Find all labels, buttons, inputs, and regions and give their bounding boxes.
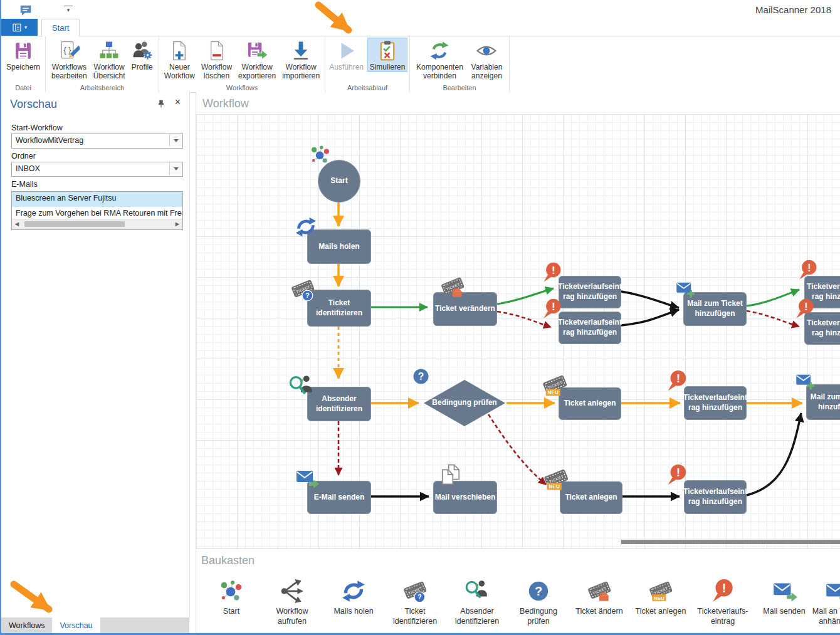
history-exclamation-icon xyxy=(710,578,736,604)
edge xyxy=(747,311,799,327)
tab-vorschau[interactable]: Vorschau xyxy=(52,617,100,633)
workflow-node-ticketverlaufseintrag[interactable]: Ticketverlaufseint rag hinzufügen xyxy=(684,480,747,514)
save-floppy-icon xyxy=(13,40,34,61)
workflow-node-ticketverlaufseintrag[interactable]: Ticketverlaufseint rag hinzufügen xyxy=(559,312,621,344)
workflow-node-mail-zum-ticket[interactable]: Mail zum Ticket hinzufügen xyxy=(683,292,747,326)
toolbox-item-mail-senden[interactable]: Mail senden xyxy=(754,578,814,616)
toolbox-title: Baukasten xyxy=(201,554,255,567)
app-icon[interactable] xyxy=(19,3,33,17)
email-list-item[interactable]: Bluescreen an Server Fujitsu xyxy=(12,192,182,207)
workflow-node-mail-zum-ticket[interactable]: Mail zum Ticket hinzufügen xyxy=(806,384,840,420)
edge xyxy=(497,312,551,327)
edit-workflows-icon xyxy=(58,40,80,61)
ribbon-group-arbeitsablauf: Ausführen Simulieren Arbeitsablauf xyxy=(325,36,410,92)
question-circle-icon xyxy=(525,578,552,604)
toolbox-item-mail-anhaengen[interactable]: Mail an Ticket anhängen xyxy=(806,578,840,627)
workflow-node-ticket-anlegen[interactable]: Ticket anlegen xyxy=(559,387,621,420)
workflow-node-mails-holen[interactable]: Mails holen xyxy=(307,229,371,264)
show-variables-button[interactable]: Variablen anzeigen xyxy=(468,38,506,81)
horizontal-scrollbar[interactable]: ◄ ► xyxy=(12,219,182,229)
group-label-datei: Datei xyxy=(1,84,45,92)
edge xyxy=(621,291,679,308)
application-menu-button[interactable]: ▾ xyxy=(1,19,38,36)
workflow-canvas-title: Workflow xyxy=(202,97,249,110)
toolbox-item-ticket-identifizieren[interactable]: Ticket identifizieren xyxy=(385,578,445,627)
edit-workflows-button[interactable]: Workflows bearbeiten xyxy=(49,38,90,81)
folder-label: Ordner xyxy=(11,152,36,160)
connect-components-icon xyxy=(429,40,450,61)
scroll-left-icon[interactable]: ◄ xyxy=(12,219,22,229)
profiles-button[interactable]: Profile xyxy=(129,38,155,72)
import-workflow-button[interactable]: Workflow importieren xyxy=(280,38,322,81)
workflow-node-ticketverlaufseintrag[interactable]: Ticketverlaufseint rag hinzufügen xyxy=(684,386,747,420)
workflow-node-ticketverlaufseintrag[interactable]: Ticketverlaufseint rag hinzufügen xyxy=(804,276,840,308)
close-icon[interactable]: × xyxy=(175,97,181,107)
delete-workflow-icon xyxy=(206,40,228,61)
canvas-horizontal-scrollbar-thumb[interactable] xyxy=(621,540,840,544)
start-workflow-label: Start-Workflow xyxy=(11,123,63,132)
quick-access-dropdown-icon[interactable]: ▾ xyxy=(64,6,73,14)
preview-panel: Vorschau × Start-Workflow WorkflowMitVer… xyxy=(1,92,190,617)
scrollbar-thumb[interactable] xyxy=(24,221,125,227)
profiles-icon xyxy=(132,40,153,61)
new-workflow-button[interactable]: Neuer Workflow xyxy=(162,38,197,81)
toolbox-item-ticketverlaufseintrag[interactable]: Ticketverlaufs- eintrag xyxy=(693,578,753,627)
workflow-node-absender-identifizieren[interactable]: Absender identifizieren xyxy=(307,387,371,421)
workflow-node-mail-verschieben[interactable]: Mail verschieben xyxy=(433,481,497,514)
group-label-arbeitsbereich: Arbeitsbereich xyxy=(46,84,159,92)
mail-send-icon xyxy=(771,578,797,604)
title-bar: ▾ MailScanner 2018 xyxy=(1,0,840,19)
toolbox-panel: Baukasten Start Workflow aufrufen Mails … xyxy=(196,548,840,633)
scroll-right-icon[interactable]: ► xyxy=(172,219,182,229)
export-workflow-button[interactable]: Workflow exportieren xyxy=(236,38,278,81)
workflow-node-email-senden[interactable]: E-Mail senden xyxy=(307,481,371,514)
folder-value: INBOX xyxy=(12,162,182,173)
ribbon-tab-row: ▾ Start xyxy=(1,19,840,36)
window-title: MailScanner 2018 xyxy=(755,4,831,15)
workflow-node-ticket-identifizieren[interactable]: Ticket identifizieren xyxy=(307,290,371,327)
toolbox-item-bedingung-pruefen[interactable]: Bedingung prüfen xyxy=(508,578,569,627)
chevron-down-icon[interactable] xyxy=(169,162,182,175)
toolbox-item-mails-holen[interactable]: Mails holen xyxy=(323,578,384,616)
toolbox-item-workflow-aufrufen[interactable]: Workflow aufrufen xyxy=(262,578,322,627)
delete-workflow-button[interactable]: Workflow löschen xyxy=(199,38,234,81)
tab-workflows[interactable]: Workflows xyxy=(1,617,52,633)
start-workflow-value: WorkflowMitVertrag xyxy=(12,134,182,145)
menu-grid-icon xyxy=(12,23,22,33)
ticket-question-icon xyxy=(402,578,428,604)
edge xyxy=(747,413,801,495)
connect-components-button[interactable]: Komponenten verbinden xyxy=(413,38,466,81)
group-label-workflows: Workflows xyxy=(159,84,325,92)
toolbox-item-absender-identifizieren[interactable]: Absender identifizieren xyxy=(447,578,507,627)
run-button[interactable]: Ausführen xyxy=(327,38,366,72)
workflow-node-ticket-anlegen[interactable]: Ticket anlegen xyxy=(560,481,622,514)
workflow-node-ticketverlaufseintrag[interactable]: Ticketverlaufseint rag hinzufügen xyxy=(804,312,840,345)
pin-icon[interactable] xyxy=(157,100,165,108)
tab-start[interactable]: Start xyxy=(41,19,80,36)
group-label-arbeitsablauf: Arbeitsablauf xyxy=(325,84,409,92)
chevron-down-icon: ▾ xyxy=(24,24,27,30)
panel-tab-strip: Workflows Vorschau xyxy=(1,617,189,633)
start-workflow-select[interactable]: WorkflowMitVertrag xyxy=(11,134,183,149)
chevron-down-icon[interactable] xyxy=(169,134,182,147)
workflow-canvas[interactable]: Workflow xyxy=(196,92,840,548)
workflow-node-start[interactable]: Start xyxy=(318,160,360,202)
call-workflow-icon xyxy=(279,578,305,604)
save-button[interactable]: Speichern xyxy=(4,38,43,72)
workflow-overview-button[interactable]: Workflow Übersicht xyxy=(91,38,128,81)
workflow-overview-icon xyxy=(98,40,120,61)
simulate-clipboard-icon xyxy=(377,40,398,61)
folder-select[interactable]: INBOX xyxy=(11,162,183,177)
toolbox-item-start[interactable]: Start xyxy=(201,578,261,616)
simulate-button[interactable]: Simulieren xyxy=(367,38,408,72)
run-play-icon xyxy=(336,40,357,61)
workflow-node-ticketverlaufseintrag[interactable]: Ticketverlaufseint rag hinzufügen xyxy=(559,276,621,308)
toolbox-item-ticket-aendern[interactable]: Ticket ändern xyxy=(569,578,629,616)
workflow-node-ticket-veraendern[interactable]: Ticket verändern xyxy=(433,292,497,326)
toolbox-item-ticket-anlegen[interactable]: Ticket anlegen xyxy=(631,578,691,616)
ribbon-group-arbeitsbereich: Workflows bearbeiten Workflow Übersicht … xyxy=(46,36,159,92)
ticket-change-icon xyxy=(586,578,612,604)
workflow-node-bedingung-pruefen[interactable]: Bedingung prüfen xyxy=(424,380,505,426)
show-variables-eye-icon xyxy=(476,40,497,61)
ribbon-group-bearbeiten: Komponenten verbinden Variablen anzeigen… xyxy=(410,36,510,92)
